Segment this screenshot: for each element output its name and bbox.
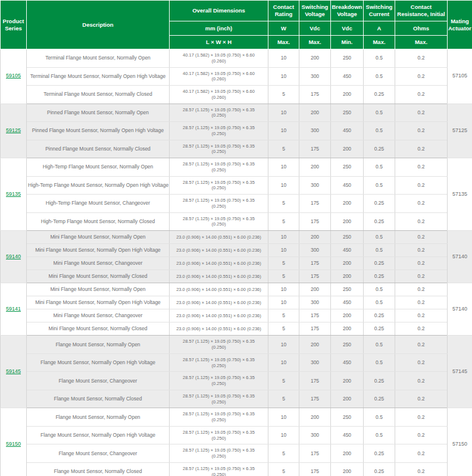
header-contact-resistance-limit: Max. xyxy=(395,36,448,49)
switching-current-cell: 0.5 xyxy=(364,122,395,140)
product-series-link[interactable]: 59140 xyxy=(6,253,21,259)
header-switching-voltage: Switching Voltage xyxy=(299,1,331,21)
spec-row: Flange Mount Sensor, Normally Closed28.5… xyxy=(1,390,472,408)
description-cell: Flange Mount Sensor, Normally Open High … xyxy=(27,353,170,372)
description-cell: Mini Flange Mount Sensor, Changeover xyxy=(27,257,170,270)
header-mating-actuator: Mating Actuator xyxy=(448,1,472,49)
contact-resistance-cell: 0.2 xyxy=(395,122,448,140)
switching-voltage-cell: 300 xyxy=(299,67,331,86)
switching-voltage-cell: 175 xyxy=(299,195,331,213)
dimensions-cell: 28.57 (1.125) × 19.05 (0.750) × 6.35 (0.… xyxy=(170,212,268,231)
header-contact-rating-unit: W xyxy=(268,21,299,36)
description-cell: Mini Flange Mount Sensor, Normally Open … xyxy=(27,244,170,257)
breakdown-voltage-cell: 250 xyxy=(331,408,364,427)
contact-rating-cell: 10 xyxy=(268,408,299,427)
contact-resistance-cell: 0.2 xyxy=(395,283,448,296)
mating-actuator-cell: 57150 xyxy=(448,408,472,476)
header-breakdown-voltage-limit: Min. xyxy=(331,36,364,49)
dimensions-cell: 23.0 (0.906) × 14.00 (0.551) × 6.00 (0.2… xyxy=(170,309,268,322)
product-series-link[interactable]: 59145 xyxy=(6,368,21,374)
description-cell: Pinned Flange Mount Sensor, Normally Clo… xyxy=(27,140,170,158)
breakdown-voltage-cell: 200 xyxy=(331,322,364,336)
description-cell: Mini Flange Mount Sensor, Normally Close… xyxy=(27,270,170,283)
product-series-link[interactable]: 59105 xyxy=(6,73,21,79)
switching-voltage-cell: 175 xyxy=(299,322,331,336)
contact-resistance-cell: 0.2 xyxy=(395,444,448,463)
contact-rating-cell: 10 xyxy=(268,122,299,140)
description-cell: Terminal Flange Mount Sensor, Normally O… xyxy=(27,49,170,68)
dimensions-cell: 28.57 (1.125) × 19.05 (0.750) × 6.35 (0.… xyxy=(170,462,268,476)
product-series-link[interactable]: 59135 xyxy=(6,191,21,197)
spec-row: 59140Mini Flange Mount Sensor, Normally … xyxy=(1,231,472,244)
switching-voltage-cell: 175 xyxy=(299,257,331,270)
dimensions-cell: 40.17 (1.582) × 19.05 (0.750) × 6.60 (0.… xyxy=(170,86,268,104)
breakdown-voltage-cell: 200 xyxy=(331,140,364,158)
switching-current-cell: 0.25 xyxy=(364,140,395,158)
dimensions-cell: 28.57 (1.125) × 19.05 (0.750) × 6.35 (0.… xyxy=(170,104,268,122)
description-cell: Mini Flange Mount Sensor, Normally Open xyxy=(27,283,170,296)
description-cell: Mini Flange Mount Sensor, Normally Open xyxy=(27,231,170,244)
spec-row: Flange Mount Sensor, Normally Open High … xyxy=(1,426,472,444)
breakdown-voltage-cell: 450 xyxy=(331,353,364,372)
description-cell: Flange Mount Sensor, Normally Open xyxy=(27,336,170,354)
switching-voltage-cell: 200 xyxy=(299,158,331,177)
dimensions-cell: 23.0 (0.906) × 14.00 (0.551) × 6.00 (0.2… xyxy=(170,231,268,244)
contact-resistance-cell: 0.2 xyxy=(395,67,448,86)
product-series-link[interactable]: 59125 xyxy=(6,127,21,133)
spec-row: 59135High-Temp Flange Mount Sensor, Norm… xyxy=(1,158,472,177)
contact-rating-cell: 5 xyxy=(268,86,299,104)
switching-voltage-cell: 175 xyxy=(299,444,331,463)
dimensions-cell: 28.57 (1.125) × 19.05 (0.750) × 6.35 (0.… xyxy=(170,353,268,372)
switching-voltage-cell: 300 xyxy=(299,244,331,257)
breakdown-voltage-cell: 200 xyxy=(331,195,364,213)
contact-rating-cell: 10 xyxy=(268,296,299,309)
description-cell: Mini Flange Mount Sensor, Changeover xyxy=(27,309,170,322)
spec-table-body: 59105Terminal Flange Mount Sensor, Norma… xyxy=(1,49,472,476)
contact-rating-cell: 5 xyxy=(268,212,299,231)
switching-current-cell: 0.25 xyxy=(364,257,395,270)
spec-row: Mini Flange Mount Sensor, Normally Open … xyxy=(1,296,472,309)
header-overall-dimensions: Overall Dimensions xyxy=(170,1,268,21)
spec-row: Flange Mount Sensor, Normally Closed28.5… xyxy=(1,462,472,476)
product-series-link[interactable]: 59141 xyxy=(6,306,21,312)
switching-voltage-cell: 175 xyxy=(299,86,331,104)
switching-current-cell: 0.5 xyxy=(364,283,395,296)
mating-actuator-cell: 57140 xyxy=(448,231,472,283)
contact-rating-cell: 10 xyxy=(268,176,299,195)
switching-current-cell: 0.25 xyxy=(364,309,395,322)
description-cell: High-Temp Flange Mount Sensor, Normally … xyxy=(27,176,170,195)
mating-actuator-cell: 57145 xyxy=(448,336,472,408)
dimensions-cell: 28.57 (1.125) × 19.05 (0.750) × 6.35 (0.… xyxy=(170,444,268,463)
switching-current-cell: 0.5 xyxy=(364,104,395,122)
header-switching-voltage-unit: Vdc xyxy=(299,21,331,36)
spec-row: 59145Flange Mount Sensor, Normally Open2… xyxy=(1,336,472,354)
description-cell: Flange Mount Sensor, Changeover xyxy=(27,372,170,390)
product-series-cell: 59140 xyxy=(1,231,27,283)
header-contact-rating-limit: Max. xyxy=(268,36,299,49)
header-breakdown-voltage-unit: Vdc xyxy=(331,21,364,36)
contact-resistance-cell: 0.2 xyxy=(395,336,448,354)
mating-actuator-cell: 57140 xyxy=(448,283,472,336)
contact-rating-cell: 10 xyxy=(268,283,299,296)
product-series-cell: 59145 xyxy=(1,336,27,408)
dimensions-cell: 28.57 (1.125) × 19.05 (0.750) × 6.35 (0.… xyxy=(170,176,268,195)
header-description: Description xyxy=(27,1,170,49)
switching-voltage-cell: 300 xyxy=(299,296,331,309)
contact-rating-cell: 10 xyxy=(268,244,299,257)
dimensions-cell: 23.0 (0.906) × 14.00 (0.551) × 6.00 (0.2… xyxy=(170,296,268,309)
table-header: Product Series Description Overall Dimen… xyxy=(1,1,472,49)
product-series-link[interactable]: 59150 xyxy=(6,441,21,447)
switching-current-cell: 0.5 xyxy=(364,426,395,444)
breakdown-voltage-cell: 200 xyxy=(331,462,364,476)
breakdown-voltage-cell: 250 xyxy=(331,283,364,296)
contact-rating-cell: 10 xyxy=(268,49,299,68)
spec-row: Flange Mount Sensor, Changeover28.57 (1.… xyxy=(1,372,472,390)
breakdown-voltage-cell: 200 xyxy=(331,212,364,231)
switching-current-cell: 0.25 xyxy=(364,372,395,390)
breakdown-voltage-cell: 200 xyxy=(331,86,364,104)
dimensions-cell: 23.0 (0.906) × 14.00 (0.551) × 6.00 (0.2… xyxy=(170,283,268,296)
contact-resistance-cell: 0.2 xyxy=(395,244,448,257)
contact-resistance-cell: 0.2 xyxy=(395,140,448,158)
contact-rating-cell: 5 xyxy=(268,270,299,283)
breakdown-voltage-cell: 200 xyxy=(331,309,364,322)
